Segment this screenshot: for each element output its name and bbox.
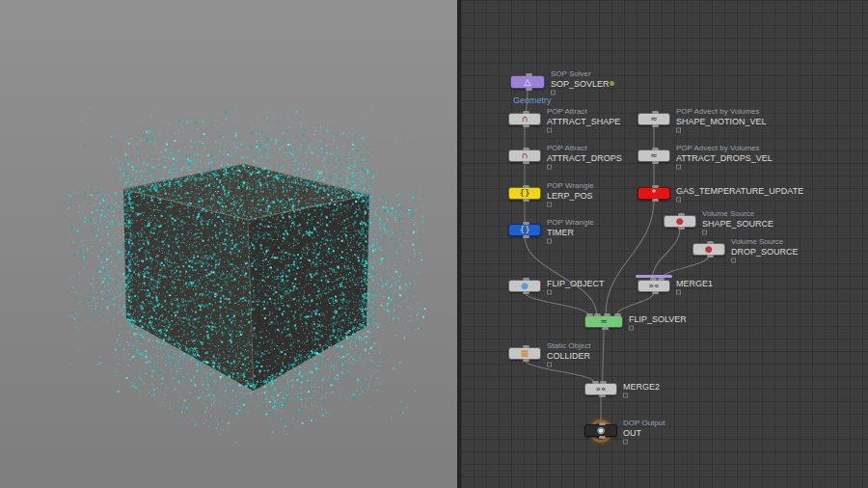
node-body[interactable]: ▦ bbox=[508, 347, 541, 360]
node-body[interactable]: * bbox=[637, 187, 670, 200]
node-collider[interactable]: ▦Static ObjectCOLLIDER bbox=[508, 347, 541, 360]
pop-advect-icon: ≈ bbox=[650, 151, 658, 160]
wire-merge1-to-flip_solver[interactable] bbox=[617, 292, 654, 315]
output-connector[interactable] bbox=[526, 88, 532, 91]
input-connector[interactable] bbox=[592, 381, 599, 384]
input-connector[interactable] bbox=[523, 222, 529, 225]
node-shape_source[interactable]: ●Volume SourceSHAPE_SOURCE bbox=[664, 215, 696, 228]
wire-gas_temperature_update-to-flip_solver[interactable] bbox=[606, 200, 654, 315]
node-body[interactable]: ● bbox=[692, 243, 725, 256]
node-body[interactable]: ≈ bbox=[584, 315, 623, 328]
input-connector[interactable] bbox=[652, 148, 659, 150]
input-connector[interactable] bbox=[604, 313, 610, 316]
node-name-label: SHAPE_MOTION_VEL bbox=[676, 116, 767, 125]
wire-flip_object-to-flip_solver[interactable] bbox=[525, 292, 588, 315]
node-merge1[interactable]: »«MERGE1 bbox=[637, 280, 670, 292]
node-body[interactable]: ∩ bbox=[508, 113, 541, 125]
input-connector[interactable] bbox=[526, 73, 532, 76]
output-connector[interactable] bbox=[599, 436, 606, 439]
node-labels: POP AttractATTRACT_SHAPE bbox=[547, 106, 620, 132]
node-flag-badge[interactable] bbox=[676, 197, 681, 202]
node-body[interactable]: ◉ bbox=[584, 424, 617, 437]
node-lerp_pos[interactable]: {}POP WrangleLERP_POS bbox=[508, 187, 541, 200]
node-attract_drops[interactable]: ∩POP AttractATTRACT_DROPS bbox=[508, 149, 541, 162]
node-body[interactable]: ≈ bbox=[637, 149, 670, 162]
node-flag-badge[interactable] bbox=[547, 238, 552, 243]
input-connector[interactable] bbox=[523, 148, 529, 150]
input-connector[interactable] bbox=[594, 313, 601, 316]
output-connector[interactable] bbox=[599, 394, 606, 397]
node-flag-badge[interactable] bbox=[547, 362, 552, 366]
input-connector[interactable] bbox=[523, 345, 529, 348]
node-gas_temperature_update[interactable]: *GAS_TEMPERATURE_UPDATE bbox=[637, 187, 670, 200]
node-sub-label[interactable]: Geometry bbox=[513, 95, 552, 105]
node-flip_object[interactable]: ●FLIP_OBJECT bbox=[508, 280, 541, 292]
output-connector[interactable] bbox=[523, 124, 529, 127]
input-connector[interactable] bbox=[652, 185, 659, 188]
output-connector[interactable] bbox=[523, 199, 529, 202]
output-connector[interactable] bbox=[523, 161, 529, 164]
output-connector[interactable] bbox=[652, 199, 659, 202]
input-connector[interactable] bbox=[650, 278, 657, 281]
input-connector[interactable] bbox=[523, 111, 529, 114]
node-drop_source[interactable]: ●Volume SourceDROP_SOURCE bbox=[692, 243, 725, 256]
houdini-window: △SOP SolverSOP_SOVLERGeometry∩POP Attrac… bbox=[0, 0, 868, 488]
node-flag-badge[interactable] bbox=[629, 325, 634, 330]
node-attract_shape[interactable]: ∩POP AttractATTRACT_SHAPE bbox=[508, 113, 541, 125]
output-connector[interactable] bbox=[652, 161, 659, 164]
output-connector[interactable] bbox=[707, 255, 714, 258]
input-connector[interactable] bbox=[586, 313, 593, 316]
node-flag-badge[interactable] bbox=[547, 202, 552, 206]
node-out[interactable]: ◉DOP OutputOUT bbox=[584, 424, 617, 437]
input-connector[interactable] bbox=[707, 241, 714, 244]
scene-viewport-pane[interactable] bbox=[0, 0, 457, 488]
node-body[interactable]: ● bbox=[664, 215, 696, 228]
node-flag-badge[interactable] bbox=[623, 439, 628, 444]
node-flag-badge[interactable] bbox=[547, 289, 552, 294]
output-connector[interactable] bbox=[523, 359, 529, 362]
input-connector[interactable] bbox=[614, 313, 621, 316]
node-sop_solver[interactable]: △SOP SolverSOP_SOVLERGeometry bbox=[510, 75, 545, 89]
network-editor[interactable]: △SOP SolverSOP_SOVLERGeometry∩POP Attrac… bbox=[461, 0, 868, 488]
wire-flip_solver-to-merge2[interactable] bbox=[603, 328, 604, 383]
input-connector[interactable] bbox=[599, 422, 606, 425]
node-body[interactable]: ● bbox=[508, 280, 541, 292]
node-attract_drops_vel[interactable]: ≈POP Advect by VolumesATTRACT_DROPS_VEL bbox=[637, 149, 670, 162]
node-flag-badge[interactable] bbox=[676, 164, 681, 169]
node-body[interactable]: △ bbox=[510, 75, 545, 89]
node-timer[interactable]: {}POP WrangleTIMER bbox=[508, 224, 541, 236]
output-connector[interactable] bbox=[523, 291, 529, 294]
node-body[interactable]: {} bbox=[508, 224, 541, 236]
wire-shape_source-to-merge1[interactable] bbox=[652, 228, 680, 280]
input-connector[interactable] bbox=[600, 381, 607, 384]
node-body[interactable]: »« bbox=[584, 383, 617, 395]
input-connector[interactable] bbox=[678, 213, 685, 216]
node-flip_solver[interactable]: ≈FLIP_SOLVER bbox=[584, 315, 623, 328]
node-shape_motion_vel[interactable]: ≈POP Advect by VolumesSHAPE_MOTION_VEL bbox=[637, 113, 670, 125]
node-flag-badge[interactable] bbox=[551, 91, 556, 95]
node-flag-badge[interactable] bbox=[547, 164, 552, 169]
node-merge2[interactable]: »«MERGE2 bbox=[584, 383, 617, 395]
node-body[interactable]: »« bbox=[637, 280, 670, 292]
output-connector[interactable] bbox=[602, 327, 609, 330]
input-connector[interactable] bbox=[658, 278, 665, 281]
input-connector[interactable] bbox=[652, 111, 659, 114]
node-name-label: SHAPE_SOURCE bbox=[702, 218, 773, 228]
node-flag-badge[interactable] bbox=[702, 230, 707, 234]
output-connector[interactable] bbox=[652, 124, 659, 127]
node-body[interactable]: ∩ bbox=[508, 149, 541, 162]
output-connector[interactable] bbox=[652, 291, 659, 294]
node-body[interactable]: ≈ bbox=[637, 113, 670, 125]
node-flag-badge[interactable] bbox=[676, 127, 681, 132]
node-flag-badge[interactable] bbox=[731, 258, 736, 262]
node-flag-badge[interactable] bbox=[547, 127, 552, 132]
viewport-canvas[interactable] bbox=[0, 0, 457, 488]
output-connector[interactable] bbox=[523, 235, 529, 238]
node-flag-badge[interactable] bbox=[676, 289, 681, 294]
node-body[interactable]: {} bbox=[508, 187, 541, 200]
wire-timer-to-flip_solver[interactable] bbox=[525, 236, 597, 315]
output-connector[interactable] bbox=[678, 227, 685, 230]
node-flag-badge[interactable] bbox=[623, 393, 628, 397]
input-connector[interactable] bbox=[523, 278, 529, 281]
input-connector[interactable] bbox=[523, 185, 529, 188]
